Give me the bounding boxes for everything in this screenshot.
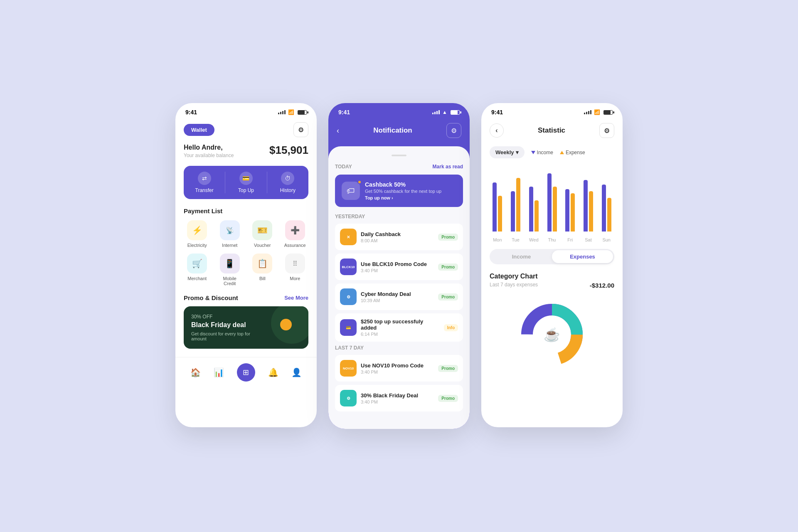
chart-day-label-mon: Mon bbox=[490, 237, 505, 242]
chart-group-tue bbox=[508, 178, 524, 232]
history-button[interactable]: ⏱ History bbox=[267, 172, 308, 193]
nav-profile[interactable]: 👤 bbox=[291, 367, 302, 377]
cashback-title: Cashback 50% bbox=[365, 181, 456, 188]
income-bar-sun bbox=[602, 185, 606, 232]
topup-icon: 💳 bbox=[239, 172, 253, 185]
balance-amount: $15,901 bbox=[269, 144, 308, 157]
chart-day-label-sat: Sat bbox=[581, 237, 596, 242]
notif-header: ‹ Notification ⚙ bbox=[328, 118, 470, 146]
tab-expenses[interactable]: Expenses bbox=[552, 250, 613, 263]
chart-group-thu bbox=[544, 173, 560, 232]
nav-notifications[interactable]: 🔔 bbox=[268, 367, 278, 377]
weekly-filter-button[interactable]: Weekly ▾ bbox=[490, 146, 525, 158]
notif-blck10[interactable]: BLCK10 Use BLCK10 Promo Code 3:40 PM Pro… bbox=[335, 254, 463, 280]
mobile-credit-label: Mobile Credit bbox=[217, 276, 244, 286]
today-header: TODAY Mark as read bbox=[335, 164, 463, 170]
phone-statistic: 9:41 📶 ‹ Statistic ⚙ Weekly ▾ bbox=[481, 103, 623, 427]
transfer-button[interactable]: ⇄ Transfer bbox=[184, 172, 225, 193]
topup-label: Top Up bbox=[238, 187, 254, 193]
nav-stats[interactable]: 📊 bbox=[214, 367, 224, 377]
notif-name-nov10: Use NOV10 Promo Code bbox=[361, 362, 434, 369]
back-arrow-icon: ‹ bbox=[495, 127, 498, 134]
wifi-icon-1: 📶 bbox=[288, 109, 294, 115]
income-expense-tabs: Income Expenses bbox=[490, 249, 614, 264]
status-icons-1: 📶 bbox=[278, 109, 307, 115]
payment-mobile-credit[interactable]: 📱 Mobile Credit bbox=[217, 254, 244, 286]
payment-merchant[interactable]: 🛒 Merchant bbox=[184, 254, 211, 286]
gear-button-stat[interactable]: ⚙ bbox=[599, 123, 614, 138]
expense-bar-mon bbox=[498, 196, 502, 232]
chart-group-fri bbox=[562, 189, 578, 232]
income-bar-mon bbox=[493, 182, 497, 232]
payment-assurance[interactable]: ➕ Assurance bbox=[282, 220, 309, 248]
nav-scan[interactable]: ⊞ bbox=[237, 363, 255, 382]
expense-bar-wed bbox=[534, 200, 539, 232]
notif-time-blck10: 3:40 PM bbox=[361, 268, 434, 273]
notif-badge-cyber: Promo bbox=[438, 293, 458, 300]
cashback-desc: Get 50% cashback for the next top up bbox=[365, 189, 456, 194]
nav-home[interactable]: 🏠 bbox=[190, 367, 201, 377]
promo-section-title: Promo & Discount bbox=[184, 294, 238, 301]
notif-badge-topup: Info bbox=[444, 324, 458, 331]
payment-internet[interactable]: 📡 Internet bbox=[217, 220, 244, 248]
legend-expense: Expense bbox=[560, 150, 585, 155]
history-icon: ⏱ bbox=[281, 172, 294, 185]
wallet-badge[interactable]: Wallet bbox=[184, 124, 214, 136]
notif-nov10[interactable]: NOV10 Use NOV10 Promo Code 3:40 PM Promo bbox=[335, 355, 463, 382]
signal-icon-2 bbox=[432, 110, 440, 114]
battery-icon-2 bbox=[451, 110, 460, 115]
wifi-icon-2: ▲ bbox=[442, 109, 447, 115]
payment-more[interactable]: ⠿ More bbox=[282, 254, 309, 286]
transfer-label: Transfer bbox=[195, 187, 214, 193]
more-label: More bbox=[290, 276, 300, 281]
donut-center-coffee-icon: ☕ bbox=[544, 327, 560, 342]
notif-black-friday[interactable]: ⚙ 30% Black Friday Deal 3:40 PM Promo bbox=[335, 385, 463, 411]
sub-greeting-text: Your available balance bbox=[184, 153, 234, 158]
payment-voucher[interactable]: 🎫 Voucher bbox=[249, 220, 276, 248]
topup-button[interactable]: 💳 Top Up bbox=[225, 172, 266, 193]
notif-250topup[interactable]: 💳 $250 top up successfuly added 6:14 PM … bbox=[335, 313, 463, 342]
category-sub-row: Last 7 days expenses -$312.00 bbox=[490, 282, 614, 289]
income-bar-fri bbox=[565, 189, 569, 232]
notif-daily-cashback[interactable]: ✕ Daily Cashback 8:00 AM Promo bbox=[335, 224, 463, 250]
stat-title: Statistic bbox=[538, 126, 565, 135]
weekly-label: Weekly bbox=[495, 149, 514, 155]
notif-icon-topup: 💳 bbox=[340, 319, 357, 336]
internet-label: Internet bbox=[222, 243, 237, 248]
transfer-icon: ⇄ bbox=[198, 172, 211, 185]
cashback-link[interactable]: Top up now › bbox=[365, 195, 456, 200]
category-chart-title: Category Chart bbox=[490, 273, 614, 280]
notif-badge-blck10: Promo bbox=[438, 264, 458, 271]
cashback-card[interactable]: 🏷 Cashback 50% Get 50% cashback for the … bbox=[335, 175, 463, 207]
see-more-button[interactable]: See More bbox=[284, 295, 308, 301]
gear-button-1[interactable]: ⚙ bbox=[293, 122, 308, 137]
gear-button-notif[interactable]: ⚙ bbox=[446, 123, 461, 138]
today-label: TODAY bbox=[335, 164, 352, 170]
notif-icon-nov10: NOV10 bbox=[340, 360, 357, 377]
notif-name-topup: $250 top up successfuly added bbox=[361, 318, 440, 331]
income-bar-sat bbox=[584, 180, 588, 232]
time-1: 9:41 bbox=[185, 109, 197, 116]
merchant-icon: 🛒 bbox=[187, 254, 207, 273]
promo-card[interactable]: 30% OFF Black Friday deal Get discount f… bbox=[184, 306, 308, 349]
merchant-label: Merchant bbox=[187, 276, 207, 281]
notif-cyber-monday[interactable]: ⚙ Cyber Monday Deal 10:39 AM Promo bbox=[335, 283, 463, 310]
payment-electricity[interactable]: ⚡ Electricity bbox=[184, 220, 211, 248]
mobile-credit-icon: 📱 bbox=[220, 254, 240, 273]
back-button-stat[interactable]: ‹ bbox=[490, 123, 504, 138]
bar-chart bbox=[481, 165, 623, 232]
more-icon: ⠿ bbox=[285, 254, 305, 273]
back-button-notif[interactable]: ‹ bbox=[337, 126, 339, 135]
notif-icon-blck10: BLCK10 bbox=[340, 259, 357, 275]
donut-chart: ☕ bbox=[490, 297, 614, 372]
mark-as-read-button[interactable]: Mark as read bbox=[433, 164, 463, 170]
tab-income[interactable]: Income bbox=[491, 250, 552, 263]
notif-title: Notification bbox=[373, 126, 412, 135]
chart-day-label-sun: Sun bbox=[598, 237, 614, 242]
expense-bar-sun bbox=[607, 198, 611, 232]
notif-icon-bf: ⚙ bbox=[340, 390, 357, 406]
bill-icon: 📋 bbox=[252, 254, 272, 273]
payment-bill[interactable]: 📋 Bill bbox=[249, 254, 276, 286]
internet-icon: 📡 bbox=[220, 220, 240, 240]
income-bar-thu bbox=[547, 173, 552, 232]
